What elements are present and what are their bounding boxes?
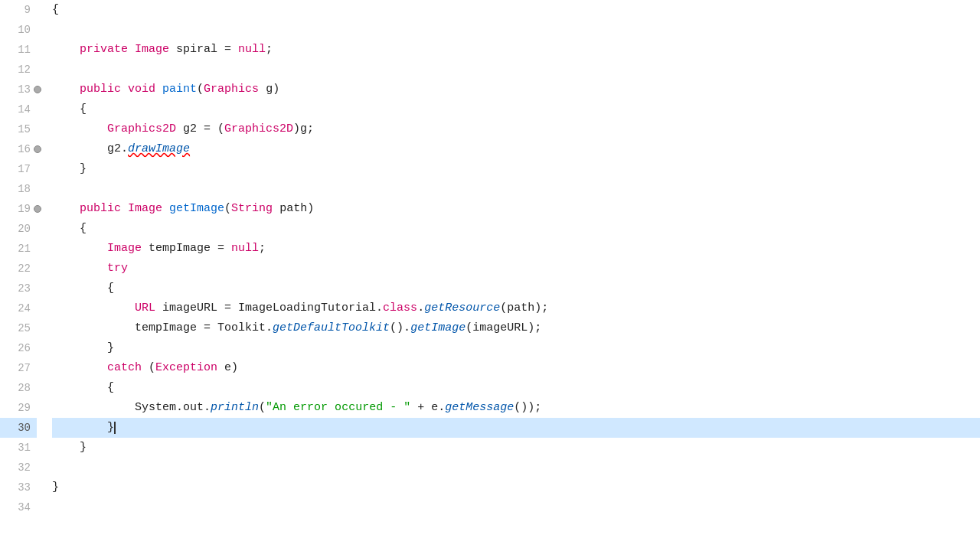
line-numbers: 9101112131415161718192021222324252627282… — [0, 0, 44, 551]
code-line-20: { — [52, 219, 980, 239]
code-line-11: private Image spiral = null; — [52, 40, 980, 60]
line-number-23: 23 — [0, 279, 37, 298]
code-line-10 — [52, 20, 980, 40]
line-number-31: 31 — [0, 438, 37, 458]
code-line-21: Image tempImage = null; — [52, 239, 980, 259]
code-line-12 — [52, 60, 980, 80]
line-number-15: 15 — [0, 119, 37, 139]
code-line-31: } — [52, 438, 980, 458]
code-line-34 — [52, 497, 980, 517]
code-line-23: { — [52, 279, 980, 298]
code-line-28: { — [52, 378, 980, 398]
line-number-26: 26 — [0, 338, 37, 358]
line-number-9: 9 — [0, 0, 37, 20]
code-line-27: catch (Exception e) — [52, 358, 980, 378]
line-number-28: 28 — [0, 378, 37, 398]
text-cursor — [114, 422, 116, 434]
line-number-22: 22 — [0, 259, 37, 279]
code-line-26: } — [52, 338, 980, 358]
line-number-16: 16 — [0, 139, 37, 159]
code-line-32 — [52, 458, 980, 478]
line-number-34: 34 — [0, 497, 37, 517]
line-number-11: 11 — [0, 40, 37, 60]
code-line-14: { — [52, 99, 980, 119]
line-number-30: 30 — [0, 418, 37, 438]
line-number-29: 29 — [0, 398, 37, 418]
code-line-18 — [52, 179, 980, 199]
line-number-32: 32 — [0, 458, 37, 478]
line-number-24: 24 — [0, 298, 37, 318]
code-line-30: } — [52, 418, 980, 438]
code-line-13: public void paint(Graphics g) — [52, 80, 980, 99]
code-line-17: } — [52, 159, 980, 179]
line-number-21: 21 — [0, 239, 37, 259]
code-line-15: Graphics2D g2 = (Graphics2D)g; — [52, 119, 980, 139]
code-line-16: g2.drawImage — [52, 139, 980, 159]
code-content[interactable]: { private Image spiral = null; public vo… — [44, 0, 980, 551]
line-number-27: 27 — [0, 358, 37, 378]
code-line-25: tempImage = Toolkit.getDefaultToolkit().… — [52, 318, 980, 338]
code-line-29: System.out.println("An error occured - "… — [52, 398, 980, 418]
line-number-20: 20 — [0, 219, 37, 239]
line-number-13: 13 — [0, 80, 37, 99]
line-number-14: 14 — [0, 99, 37, 119]
code-line-24: URL imageURL = ImageLoadingTutorial.clas… — [52, 298, 980, 318]
code-line-19: public Image getImage(String path) — [52, 199, 980, 219]
line-number-12: 12 — [0, 60, 37, 80]
line-number-10: 10 — [0, 20, 37, 40]
line-number-17: 17 — [0, 159, 37, 179]
line-number-19: 19 — [0, 199, 37, 219]
code-line-33: } — [52, 478, 980, 497]
code-editor[interactable]: 9101112131415161718192021222324252627282… — [0, 0, 980, 551]
code-line-9: { — [52, 0, 980, 20]
line-number-25: 25 — [0, 318, 37, 338]
line-number-33: 33 — [0, 478, 37, 497]
line-number-18: 18 — [0, 179, 37, 199]
code-line-22: try — [52, 259, 980, 279]
